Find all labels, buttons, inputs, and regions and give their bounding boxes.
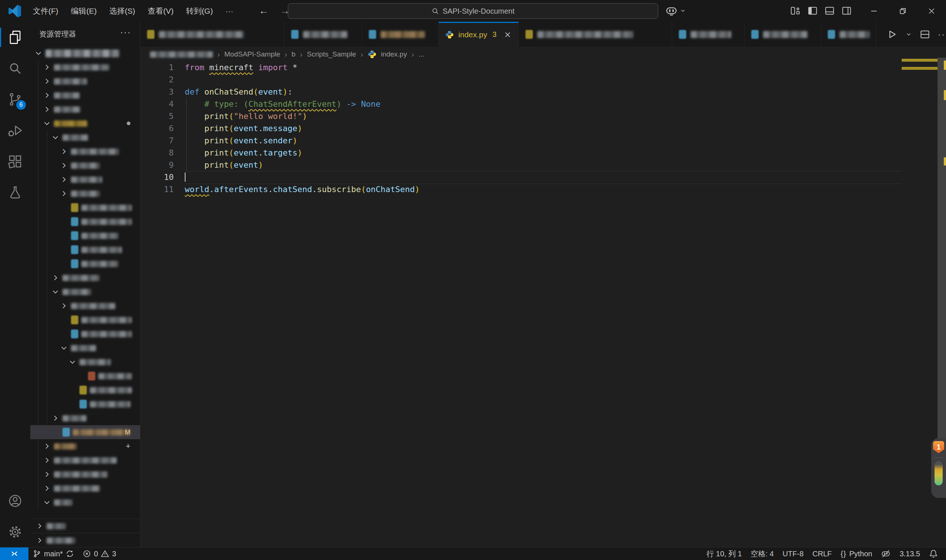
overlay-assistant-widget[interactable]: 1 <box>931 438 946 498</box>
menu-goto[interactable]: 转到(G) <box>180 4 219 18</box>
tree-item[interactable] <box>30 102 140 116</box>
copilot-status[interactable] <box>877 548 895 560</box>
tree-item[interactable] <box>30 60 140 74</box>
source-control-view-icon[interactable]: 6 <box>0 84 30 115</box>
extensions-view-icon[interactable] <box>0 146 30 177</box>
tab-blurred-0[interactable] <box>140 22 285 47</box>
chevron-right-icon[interactable] <box>43 470 51 478</box>
tree-item[interactable]: + <box>30 439 140 453</box>
tree-item[interactable] <box>30 158 140 172</box>
tab-blurred-6[interactable] <box>744 22 821 47</box>
tree-item[interactable] <box>30 186 140 201</box>
chevron-down-icon[interactable] <box>43 498 51 506</box>
tree-item[interactable] <box>30 495 140 509</box>
menu-edit[interactable]: 编辑(E) <box>65 4 103 18</box>
tree-item[interactable] <box>30 271 140 285</box>
chevron-right-icon[interactable] <box>60 162 68 169</box>
tree-item[interactable] <box>30 74 140 88</box>
chevron-down-icon[interactable] <box>34 49 43 57</box>
chevron-right-icon[interactable] <box>60 175 68 184</box>
tree-item[interactable] <box>30 131 140 145</box>
code-line-1[interactable]: 1from minecraft import * <box>140 61 946 74</box>
nav-back-icon[interactable]: ← <box>259 5 269 17</box>
code-line-4[interactable]: 4 # type: (ChatSendAfterEvent) -> None <box>140 98 946 110</box>
python-version-status[interactable]: 3.13.5 <box>895 548 924 560</box>
tree-item[interactable] <box>30 411 140 425</box>
chevron-right-icon[interactable] <box>43 105 51 114</box>
tree-item[interactable] <box>30 327 140 341</box>
tree-item[interactable] <box>30 243 140 257</box>
chevron-down-icon[interactable] <box>43 119 51 128</box>
explorer-view-icon[interactable] <box>0 22 30 53</box>
chevron-down-icon[interactable] <box>51 133 60 142</box>
chevron-right-icon[interactable] <box>43 91 51 99</box>
explorer-more-actions-button[interactable]: ··· <box>120 27 131 37</box>
indentation-status[interactable]: 空格: 4 <box>746 548 778 560</box>
toggle-panel-icon[interactable] <box>824 5 835 16</box>
tab-blurred-2[interactable] <box>362 22 439 47</box>
search-view-icon[interactable] <box>0 53 30 84</box>
account-icon[interactable] <box>0 485 30 516</box>
code-line-9[interactable]: 9 print(event) <box>140 159 946 171</box>
code-line-2[interactable]: 2 <box>140 74 946 86</box>
tree-item[interactable] <box>30 46 140 60</box>
tree-item[interactable] <box>30 116 140 131</box>
window-restore-button[interactable] <box>888 0 917 22</box>
tree-item[interactable] <box>30 229 140 243</box>
tree-item[interactable] <box>30 355 140 369</box>
tab-blurred-4[interactable] <box>519 22 672 47</box>
toggle-secondary-sidebar-icon[interactable] <box>841 5 852 16</box>
chevron-down-icon[interactable] <box>60 344 68 352</box>
editor-more-actions-button[interactable]: ··· <box>938 29 946 40</box>
chevron-right-icon[interactable] <box>43 77 51 85</box>
tree-item[interactable] <box>30 369 140 383</box>
code-line-10[interactable]: 10 <box>140 171 946 183</box>
vertical-scrollbar[interactable] <box>937 58 946 484</box>
breadcrumb-item[interactable]: Scripts_Sample <box>307 50 356 58</box>
split-editor-button[interactable] <box>920 29 931 40</box>
chevron-right-icon[interactable] <box>43 442 51 450</box>
menu-more-button[interactable]: ··· <box>219 5 239 18</box>
cursor-position-status[interactable]: 行 10, 列 1 <box>702 548 746 560</box>
chevron-right-icon[interactable] <box>51 274 60 282</box>
tree-item[interactable] <box>30 341 140 355</box>
overlay-badge[interactable]: 1 <box>933 441 944 453</box>
chevron-right-icon[interactable] <box>43 456 51 464</box>
run-debug-view-icon[interactable] <box>0 115 30 146</box>
code-line-8[interactable]: 8 print(event.targets) <box>140 147 946 159</box>
tab-close-icon[interactable] <box>503 30 512 39</box>
eol-status[interactable]: CRLF <box>808 548 836 560</box>
code-line-5[interactable]: 5 print("hello world!") <box>140 110 946 122</box>
tree-item[interactable] <box>30 481 140 495</box>
window-minimize-button[interactable] <box>860 0 888 22</box>
code-line-7[interactable]: 7 print(event.sender) <box>140 134 946 147</box>
chevron-right-icon[interactable] <box>60 148 68 155</box>
menu-file[interactable]: 文件(F) <box>26 4 65 18</box>
encoding-status[interactable]: UTF-8 <box>778 548 808 560</box>
breadcrumb-symbol[interactable]: ... <box>418 50 424 58</box>
sidebar-pane-1[interactable] <box>30 533 140 548</box>
tree-item[interactable] <box>30 285 140 299</box>
chevron-right-icon[interactable] <box>43 63 51 71</box>
overlay-gradient-pill[interactable] <box>935 461 943 485</box>
tab-index-py[interactable]: index.py3 <box>439 22 519 47</box>
problems-status[interactable]: 0 3 <box>79 548 120 560</box>
tree-item[interactable] <box>30 467 140 481</box>
window-close-button[interactable] <box>917 0 946 22</box>
tree-item[interactable] <box>30 313 140 327</box>
tree-item[interactable] <box>30 201 140 215</box>
tree-item[interactable] <box>30 299 140 313</box>
tab-blurred-7[interactable] <box>821 22 877 47</box>
menu-view[interactable]: 查看(V) <box>142 4 180 18</box>
code-line-3[interactable]: 3def onChatSend(event): <box>140 86 946 98</box>
tree-item[interactable] <box>30 88 140 102</box>
chevron-right-icon[interactable] <box>51 414 60 422</box>
tree-item-selected[interactable]: M <box>30 425 140 439</box>
breadcrumb-item[interactable]: ModSAPI-Sample <box>224 50 280 58</box>
menu-selection[interactable]: 选择(S) <box>103 4 142 18</box>
settings-gear-icon[interactable] <box>0 516 30 548</box>
tab-blurred-1[interactable] <box>285 22 362 47</box>
notifications-bell[interactable] <box>924 548 942 560</box>
code-line-6[interactable]: 6 print(event.message) <box>140 122 946 134</box>
remote-indicator[interactable] <box>0 548 28 560</box>
